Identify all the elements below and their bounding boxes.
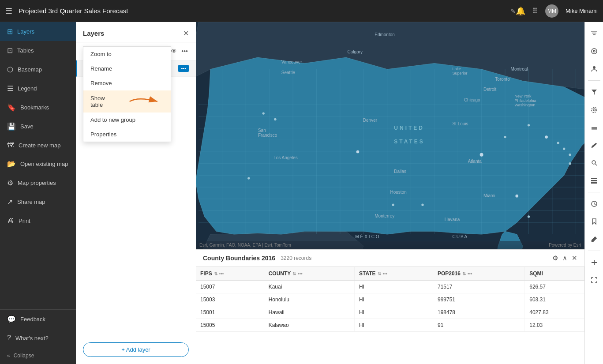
svg-rect-56	[592, 128, 597, 128]
col-county[interactable]: COUNTY ⇅ •••	[264, 267, 354, 281]
col-fips[interactable]: FIPS ⇅ •••	[196, 267, 264, 281]
rt-divider	[588, 80, 600, 81]
svg-point-53	[592, 107, 597, 113]
add-to-new-group-label: Add to new group	[90, 116, 135, 123]
cell-pop2016: 198478	[433, 306, 525, 319]
svg-point-44	[528, 215, 530, 218]
rt-bookmark-icon[interactable]	[586, 214, 602, 229]
collapse-button[interactable]: « Collapse	[0, 347, 76, 364]
svg-point-40	[247, 177, 250, 179]
sidebar-item-whats-next[interactable]: ? What's next?	[0, 329, 76, 347]
menu-icon[interactable]: ☰	[5, 6, 12, 16]
rt-search-icon[interactable]	[586, 155, 602, 171]
context-menu-zoom-to[interactable]: Zoom to	[83, 47, 171, 61]
rt-edit-icon[interactable]	[586, 231, 602, 247]
sort-icon[interactable]: ⇅	[378, 271, 381, 276]
cell-fips: 15003	[196, 293, 264, 306]
sort-icon[interactable]: ⇅	[214, 271, 217, 276]
svg-point-32	[480, 153, 483, 157]
layers-sidebar-icon: ⊞	[7, 27, 13, 36]
sort-icon[interactable]: ⇅	[292, 271, 296, 276]
feedback-icon: 💬	[7, 315, 16, 323]
col-more-icon[interactable]: •••	[383, 271, 388, 276]
sidebar-item-map-properties[interactable]: ⚙ Map properties	[0, 173, 76, 192]
sidebar-item-bookmarks[interactable]: 🔖 Bookmarks	[0, 98, 76, 117]
col-pop2016[interactable]: POP2016 ⇅ •••	[433, 267, 525, 281]
notification-icon[interactable]: 🔔	[516, 6, 525, 16]
layer-more-icon[interactable]: •••	[180, 47, 189, 56]
rt-expand-icon[interactable]	[586, 272, 602, 288]
cell-county: Honolulu	[264, 293, 354, 306]
sidebar-item-create-map-label: Create new map	[19, 142, 60, 149]
sidebar-item-save[interactable]: 💾 Save	[0, 117, 76, 136]
rt-draw-icon[interactable]	[586, 137, 602, 153]
rt-table-icon[interactable]	[586, 173, 602, 188]
col-more-icon[interactable]: •••	[468, 271, 472, 276]
sidebar-item-layers-label: Layers	[17, 28, 34, 35]
context-menu-show-table[interactable]: Show table	[83, 90, 171, 113]
sidebar-item-tables[interactable]: ⊡ Tables	[0, 41, 76, 60]
show-table-label: Show table	[90, 95, 118, 108]
col-state[interactable]: STATE ⇅ •••	[355, 267, 433, 281]
cell-state: HI	[355, 293, 433, 306]
sidebar-item-share-map[interactable]: ↗ Share map	[0, 192, 76, 211]
table-close-icon[interactable]: ✕	[572, 254, 577, 262]
table-settings-icon[interactable]: ⚙	[552, 254, 558, 262]
sidebar-item-create-new-map[interactable]: 🗺 Create new map	[0, 136, 76, 154]
table-collapse-icon[interactable]: ∧	[562, 254, 567, 262]
table-row[interactable]: 15001HawaiiHI1984784027.83	[196, 306, 584, 319]
edit-title-icon[interactable]: ✎	[510, 8, 516, 15]
context-menu-add-to-new-group[interactable]: Add to new group	[83, 113, 171, 127]
sort-icon[interactable]: ⇅	[462, 271, 466, 276]
col-more-icon[interactable]: •••	[219, 271, 224, 276]
sidebar-item-basemap[interactable]: ⬡ Basemap	[0, 60, 76, 79]
rt-analysis-icon[interactable]	[586, 43, 602, 59]
table-panel-records: 3220 records	[281, 255, 311, 261]
rt-plus-icon[interactable]	[586, 255, 602, 270]
sidebar-item-print[interactable]: 🖨 Print	[0, 211, 76, 230]
context-menu-properties[interactable]: Properties	[83, 127, 171, 142]
table-row[interactable]: 15005KalawaoHI9112.03	[196, 319, 584, 332]
rt-settings-icon[interactable]	[586, 102, 602, 118]
rt-export-icon[interactable]	[586, 120, 602, 135]
rt-time-icon[interactable]	[586, 196, 602, 212]
add-layer-button[interactable]: + Add layer	[83, 342, 189, 357]
svg-rect-54	[592, 128, 597, 129]
avatar[interactable]: MM	[545, 4, 558, 18]
layer-more-options-icon[interactable]: •••	[178, 65, 189, 72]
properties-label: Properties	[90, 131, 116, 138]
table-scroll[interactable]: FIPS ⇅ ••• COUNTY ⇅ •••	[196, 267, 584, 364]
data-table: FIPS ⇅ ••• COUNTY ⇅ •••	[196, 267, 584, 332]
table-row[interactable]: 15003HonoluluHI999751603.31	[196, 293, 584, 306]
sidebar-item-print-label: Print	[19, 218, 30, 224]
cell-fips: 15005	[196, 319, 264, 332]
rt-filter2-icon[interactable]	[586, 84, 602, 100]
rt-person-icon[interactable]	[586, 61, 602, 77]
svg-point-34	[528, 124, 530, 126]
context-menu-rename[interactable]: Rename	[83, 61, 171, 76]
map-area[interactable]: Edmonton Calgary Vancouver Seattle LakeS…	[196, 22, 584, 364]
cell-state: HI	[355, 306, 433, 319]
col-sqmi[interactable]: SQMI	[525, 267, 584, 281]
sidebar-item-share-map-label: Share map	[17, 199, 45, 205]
svg-rect-61	[591, 182, 597, 184]
cell-county: Kauai	[264, 281, 354, 293]
col-more-icon[interactable]: •••	[298, 271, 303, 276]
context-menu-remove[interactable]: Remove	[83, 76, 171, 90]
rt-filter-icon[interactable]	[586, 26, 602, 41]
svg-point-51	[593, 66, 596, 69]
table-panel-actions: ⚙ ∧ ✕	[552, 254, 577, 262]
sidebar-item-legend[interactable]: ☰ Legend	[0, 79, 76, 98]
layer-actions-sales-territories: 👁 •••	[170, 47, 189, 56]
sidebar-item-feedback-label: Feedback	[20, 316, 45, 323]
map-attribution-right: Powered by Esri	[549, 243, 581, 248]
table-row[interactable]: 15007KauaiHI71517626.57	[196, 281, 584, 293]
cell-fips: 15007	[196, 281, 264, 293]
layers-panel-close-button[interactable]: ✕	[183, 29, 189, 38]
sidebar-item-layers[interactable]: ⊞ Layers	[0, 22, 76, 41]
apps-icon[interactable]: ⠿	[532, 7, 538, 15]
cell-state: HI	[355, 281, 433, 293]
sidebar-item-feedback[interactable]: 💬 Feedback	[0, 310, 76, 329]
svg-point-41	[392, 204, 394, 206]
sidebar-item-open-map[interactable]: 📂 Open existing map	[0, 154, 76, 173]
